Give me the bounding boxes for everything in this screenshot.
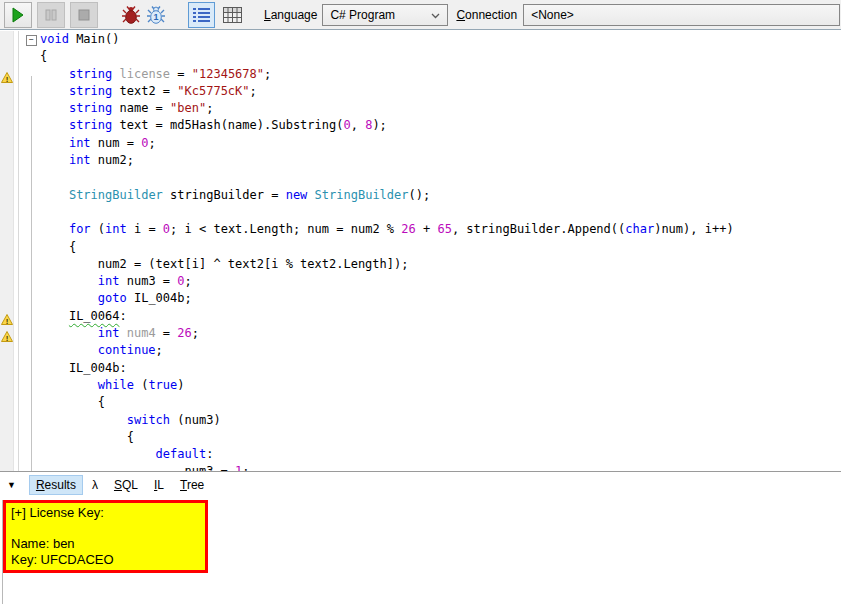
chevron-down-icon — [431, 8, 440, 22]
language-select[interactable]: C# Program — [322, 4, 448, 26]
svg-text:!: ! — [6, 316, 9, 324]
warning-icon: ! — [1, 69, 13, 80]
connection-accesskey: C — [456, 8, 465, 22]
connection-value: <None> — [531, 8, 574, 22]
svg-text:1: 1 — [153, 12, 158, 22]
code-line: string text = md5Hash(name).Substring(0,… — [40, 118, 841, 135]
collapse-results-icon[interactable]: ▼ — [7, 480, 16, 490]
tab-sql[interactable]: SQL — [107, 475, 145, 495]
language-value: C# Program — [330, 8, 395, 22]
output-tabbar: ▼ ResultsλSQLILTree — [0, 472, 841, 497]
tab-x[interactable]: λ — [85, 475, 105, 495]
code-line: IL_0064: — [40, 309, 841, 326]
code-line: void Main() — [40, 32, 841, 49]
output-line: Name: ben — [11, 536, 200, 552]
play-icon — [11, 7, 25, 23]
debug-bug-red-icon[interactable] — [121, 5, 141, 25]
code-line: for (int i = 0; i < text.Length; num = n… — [40, 222, 841, 239]
linqpad-window: 1 — [0, 0, 841, 604]
tab-tree[interactable]: Tree — [173, 475, 211, 495]
code-line: goto IL_004b; — [40, 291, 841, 308]
code-line — [40, 170, 841, 187]
tab-results[interactable]: Results — [29, 475, 83, 495]
language-label-text: anguage — [271, 8, 318, 22]
code-line: default: — [40, 447, 841, 464]
warning-icon: ! — [1, 328, 13, 339]
code-line: { — [40, 395, 841, 412]
code-line — [40, 205, 841, 222]
rich-text-list-icon — [193, 7, 210, 23]
code-line: { — [40, 240, 841, 257]
connection-label: Connection — [456, 8, 517, 22]
code-line: num2 = (text[i] ^ text2[i % text2.Length… — [40, 257, 841, 274]
svg-text:!: ! — [6, 334, 9, 342]
output-line: Key: UFCDACEO — [11, 552, 200, 568]
code-line: num3 = 1; — [40, 464, 841, 471]
code-editor-pane[interactable]: − void Main(){ string license = "1234567… — [0, 31, 841, 471]
code-line: continue; — [40, 343, 841, 360]
stop-icon — [78, 9, 90, 21]
language-label: Language — [264, 8, 317, 22]
code-line: int num2; — [40, 153, 841, 170]
code-line: string text2 = "Kc5775cK"; — [40, 84, 841, 101]
language-accesskey: L — [264, 8, 271, 22]
code-line: string name = "ben"; — [40, 101, 841, 118]
stop-button — [70, 2, 98, 28]
code-line: StringBuilder stringBuilder = new String… — [40, 188, 841, 205]
code-line: int num4 = 26; — [40, 326, 841, 343]
svg-text:!: ! — [6, 74, 9, 82]
results-panel: [+] License Key: Name: benKey: UFCDACEO — [2, 500, 841, 604]
code-line: IL_004b: — [40, 361, 841, 378]
code-editor[interactable]: void Main(){ string license = "12345678"… — [0, 31, 841, 471]
output-line — [11, 521, 200, 537]
code-line: int num3 = 0; — [40, 274, 841, 291]
run-button[interactable] — [4, 2, 32, 28]
connection-label-text: onnection — [465, 8, 517, 22]
tab-il[interactable]: IL — [147, 475, 171, 495]
output-panel: ▼ ResultsλSQLILTree [+] License Key: Nam… — [0, 471, 841, 604]
code-line: int num = 0; — [40, 136, 841, 153]
code-line: switch (num3) — [40, 413, 841, 430]
code-line: { — [40, 430, 841, 447]
warning-icon: ! — [1, 311, 13, 322]
license-output-box: [+] License Key: Name: benKey: UFCDACEO — [3, 500, 208, 573]
pause-icon — [45, 9, 57, 21]
debug-bug-blue-icon[interactable]: 1 — [146, 5, 166, 25]
code-line: string license = "12345678"; — [40, 67, 841, 84]
data-grid-results-button[interactable] — [223, 7, 242, 23]
toolbar: 1 — [0, 0, 841, 30]
code-line: { — [40, 49, 841, 66]
code-line: while (true) — [40, 378, 841, 395]
rich-text-results-button[interactable] — [188, 2, 215, 28]
connection-select[interactable]: <None> — [523, 4, 840, 26]
pause-button — [37, 2, 65, 28]
output-line: [+] License Key: — [11, 505, 200, 521]
